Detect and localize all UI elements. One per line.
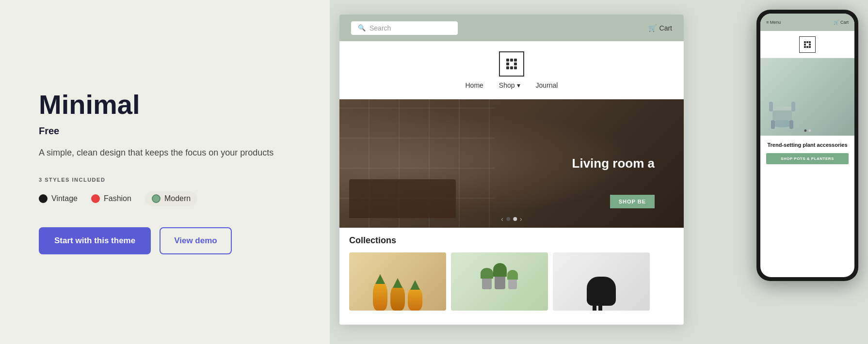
mobile-cta-button[interactable]: SHOP POTS & PLANTERS [766,153,849,164]
mobile-body: Trend-setting plant accessories SHOP POT… [760,136,854,170]
preview-collections: Collections [339,228,684,311]
mobile-cart-label[interactable]: 🛒 Cart [834,20,849,25]
right-panel: 🔍 Search 🛒 Cart Home Shop ▾ [330,0,868,344]
mobile-preview: ≡ Menu 🛒 Cart [756,10,858,281]
hero-dot-2[interactable] [513,217,517,221]
mobile-prev-arrow[interactable]: ‹ [801,128,802,133]
hero-cta-button[interactable]: SHOP BE [610,195,655,208]
svg-rect-5 [769,102,773,111]
hero-prev-arrow[interactable]: ‹ [501,215,503,223]
theme-title: Minimal [39,90,291,120]
theme-price: Free [39,125,291,137]
mobile-dot-1[interactable] [804,129,806,132]
mobile-hero: ‹ › [760,58,854,136]
style-option-fashion[interactable]: Fashion [91,194,131,203]
svg-rect-6 [791,102,795,111]
search-icon: 🔍 [358,24,366,31]
mobile-logo [799,36,816,53]
hero-heading: Living room a [572,156,655,171]
style-option-modern[interactable]: Modern [145,191,197,206]
search-placeholder-text: Search [370,24,391,32]
preview-topbar: 🔍 Search 🛒 Cart [339,15,684,41]
nav-journal[interactable]: Journal [536,81,558,89]
nav-home[interactable]: Home [466,81,483,89]
mobile-hero-content [760,58,854,136]
action-buttons: Start with this theme View demo [39,227,291,254]
mobile-nav [760,31,854,58]
mobile-menu-label[interactable]: ≡ Menu [766,20,781,25]
collection-card-bird[interactable] [553,252,650,311]
fashion-label: Fashion [104,194,131,203]
styles-options: Vintage Fashion Modern [39,191,291,206]
desktop-preview: 🔍 Search 🛒 Cart Home Shop ▾ [339,15,684,325]
preview-logo [499,51,524,77]
collections-grid [349,252,674,311]
mobile-section-heading: Trend-setting plant accessories [766,141,849,148]
hero-text-block: Living room a [572,156,655,171]
cart-icon: 🛒 [648,24,657,32]
preview-nav: Home Shop ▾ Journal [339,41,684,99]
svg-rect-4 [789,120,793,129]
preview-nav-links: Home Shop ▾ Journal [466,81,558,89]
svg-rect-2 [772,110,792,120]
collection-card-pineapples[interactable] [349,252,446,311]
preview-search-box[interactable]: 🔍 Search [351,21,458,35]
svg-rect-3 [771,120,775,129]
mobile-dot-2[interactable] [808,129,811,132]
cart-label: Cart [659,24,672,32]
theme-description: A simple, clean design that keeps the fo… [39,146,291,159]
preview-hero: Living room a SHOP BE ‹ › [339,99,684,228]
mobile-screen: ≡ Menu 🛒 Cart [760,14,854,277]
styles-count-label: 3 STYLES INCLUDED [39,177,291,183]
style-option-vintage[interactable]: Vintage [39,194,78,203]
nav-shop[interactable]: Shop ▾ [499,81,520,89]
preview-cart[interactable]: 🛒 Cart [648,24,672,32]
fashion-dot [91,194,100,203]
hero-next-arrow[interactable]: › [520,215,522,223]
collection-card-plants[interactable] [451,252,548,311]
hero-table [349,179,456,218]
mobile-next-arrow[interactable]: › [813,128,814,133]
vintage-label: Vintage [51,194,78,203]
mobile-hero-dots: ‹ › [801,128,814,133]
mobile-topbar: ≡ Menu 🛒 Cart [760,14,854,31]
vintage-dot [39,194,48,203]
left-panel: Minimal Free A simple, clean design that… [0,0,330,344]
mobile-hero-image [765,92,799,131]
view-demo-button[interactable]: View demo [160,227,232,254]
hero-dot-1[interactable] [506,217,510,221]
start-theme-button[interactable]: Start with this theme [39,227,151,254]
shop-chevron-icon: ▾ [517,81,520,89]
collections-title: Collections [349,235,674,246]
svg-rect-1 [770,107,794,110]
hero-carousel-dots: ‹ › [501,215,522,223]
modern-label: Modern [164,194,191,203]
modern-dot [152,194,161,203]
